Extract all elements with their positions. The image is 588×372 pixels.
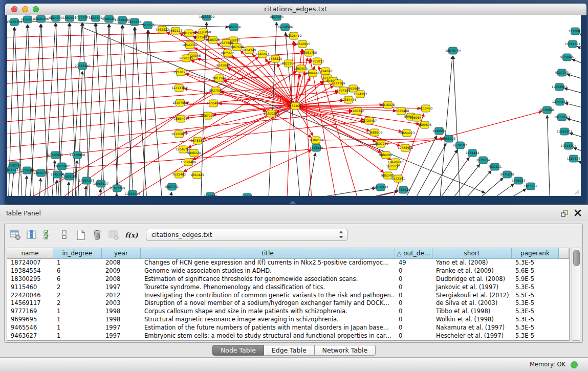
network-graph[interactable]: 1872400714055714915365922691406882494013… — [7, 15, 581, 196]
table-cell[interactable]: 1 — [53, 259, 102, 267]
table-cell[interactable]: 5.3E-5 — [512, 332, 559, 340]
table-row[interactable]: 1456911722003Disruption of a novel membe… — [7, 299, 569, 308]
table-cell[interactable]: 2 — [53, 299, 102, 308]
resize-grip-icon[interactable] — [573, 188, 580, 195]
table-row[interactable]: 1938455462009Genome-wide association stu… — [7, 267, 569, 275]
table-cell[interactable]: 5.3E-5 — [512, 316, 559, 324]
network-canvas[interactable]: 1872400714055714915365922691406882494013… — [7, 15, 581, 196]
table-cell[interactable]: 2008 — [102, 259, 141, 267]
column-header-4[interactable]: △ out_de… — [395, 248, 432, 259]
table-cell[interactable]: 9777169 — [7, 308, 53, 316]
table-cell[interactable]: Changes of HCN gene expression and I(f) … — [141, 259, 395, 267]
table-cell[interactable]: Wolkin et al. (1998) — [432, 316, 512, 324]
table-cell[interactable]: Disruption of a novel member of a sodium… — [141, 299, 395, 308]
table-cell[interactable]: 1 — [53, 316, 102, 324]
table-row[interactable]: 977716911998Corpus callosum shape and si… — [7, 308, 569, 316]
column-header-6[interactable]: pagerank — [512, 248, 559, 259]
table-cell[interactable]: Investigating the contribution of common… — [141, 292, 395, 300]
table-cell[interactable]: 1 — [53, 332, 102, 340]
table-cell[interactable]: 5.3E-5 — [512, 259, 559, 267]
table-cell[interactable]: de Silva et al. (2003) — [432, 299, 512, 308]
table-cell[interactable]: Franke et al. (2009) — [432, 267, 512, 275]
table-cell[interactable]: 1998 — [102, 316, 141, 324]
table-row[interactable]: 946362711997Embryonic stem cells: a mode… — [7, 332, 569, 340]
column-header-2[interactable]: year — [102, 248, 141, 259]
table-row[interactable]: 946554611997Estimation of the future num… — [7, 324, 569, 332]
scrollbar-thumb[interactable] — [573, 250, 580, 266]
table-cell[interactable]: 2003 — [102, 299, 141, 308]
table-cell[interactable]: 0 — [395, 332, 432, 340]
table-cell[interactable]: 9465546 — [7, 324, 53, 332]
show-columns-icon[interactable] — [25, 228, 38, 242]
table-cell[interactable]: Tourette syndrome. Phenomenology and cla… — [141, 283, 395, 292]
table-cell[interactable]: 22420046 — [7, 292, 53, 300]
table-cell[interactable]: 2 — [53, 292, 102, 300]
table-cell[interactable]: 1 — [53, 308, 102, 316]
table-row[interactable]: 969969511998Structural magnetic resonanc… — [7, 316, 569, 324]
window-titlebar[interactable]: citations_edges.txt — [5, 4, 586, 15]
table-cell[interactable]: 5.5E-5 — [512, 292, 559, 300]
table-cell[interactable]: Jankovic et al. (1997) — [432, 283, 512, 292]
table-cell[interactable]: 0 — [395, 316, 432, 324]
table-row[interactable]: 1872400712008Changes of HCN gene express… — [7, 259, 569, 267]
table-cell[interactable]: 9463627 — [7, 332, 53, 340]
column-header-5[interactable]: short — [432, 248, 512, 259]
table-cell[interactable]: Stergiakouli et al. (2012) — [432, 292, 512, 300]
table-mode-icon[interactable] — [9, 228, 22, 242]
table-cell[interactable]: 2012 — [102, 292, 141, 300]
table-cell[interactable]: 5.3E-5 — [512, 308, 559, 316]
tab-edge-table[interactable]: Edge Table — [264, 345, 315, 356]
row-height-icon[interactable] — [58, 228, 71, 242]
table-cell[interactable]: Corpus callosum shape and size in male p… — [141, 308, 395, 316]
table-cell[interactable]: 5.3E-5 — [512, 299, 559, 308]
table-row[interactable]: 911546021997Tourette syndrome. Phenomeno… — [7, 283, 569, 292]
table-cell[interactable]: Genome-wide association studies in ADHD. — [141, 267, 395, 275]
split-divider-handle[interactable] — [290, 201, 296, 204]
tab-node-table[interactable]: Node Table — [212, 345, 264, 356]
table-cell[interactable]: Estimation of the future numbers of pati… — [141, 324, 395, 332]
table-cell[interactable]: 0 — [395, 283, 432, 292]
network-window[interactable]: citations_edges.txt 18724007140557149153… — [5, 4, 586, 203]
table-cell[interactable]: 1997 — [102, 332, 141, 340]
table-cell[interactable]: 0 — [395, 292, 432, 300]
table-cell[interactable]: 1998 — [102, 308, 141, 316]
table-cell[interactable]: 5.6E-5 — [512, 267, 559, 275]
table-row[interactable]: 1830029562008Estimation of significance … — [7, 275, 569, 283]
table-cell[interactable]: 0 — [395, 324, 432, 332]
table-cell[interactable]: Estimation of significance thresholds fo… — [141, 275, 395, 283]
table-cell[interactable]: Tibbo et al. (1998) — [432, 308, 512, 316]
table-cell[interactable]: 5.3E-5 — [512, 283, 559, 292]
table-cell[interactable]: 14569117 — [7, 299, 53, 308]
table-cell[interactable]: Yano et al. (2008) — [432, 259, 512, 267]
table-row[interactable]: 2242004622012Investigating the contribut… — [7, 292, 569, 300]
table-cell[interactable]: 5.9E-5 — [512, 275, 559, 283]
table-cell[interactable]: 49 — [395, 259, 432, 267]
table-scrollbar[interactable] — [572, 248, 580, 341]
new-column-icon[interactable] — [74, 228, 88, 242]
table-cell[interactable]: 1997 — [102, 324, 141, 332]
column-header-1[interactable]: in_degree — [53, 248, 102, 259]
table-cell[interactable]: 19384554 — [7, 267, 53, 275]
table-cell[interactable]: Dudbridge et al. (2008) — [432, 275, 512, 283]
table-cell[interactable]: Hescheler et al. (1997) — [432, 332, 512, 340]
table-cell[interactable]: 0 — [395, 308, 432, 316]
table-cell[interactable]: 2 — [53, 283, 102, 292]
column-header-0[interactable]: name — [7, 248, 53, 259]
table-cell[interactable]: 9115460 — [7, 283, 53, 292]
close-panel-icon[interactable] — [574, 209, 582, 217]
table-cell[interactable]: 6 — [53, 267, 102, 275]
delete-table-icon[interactable] — [107, 228, 120, 242]
table-cell[interactable]: Embryonic stem cells: a model to study s… — [141, 332, 395, 340]
column-checklist-icon[interactable] — [41, 228, 55, 242]
float-panel-icon[interactable] — [560, 209, 569, 217]
table-cell[interactable]: 6 — [53, 275, 102, 283]
table-cell[interactable]: 2008 — [102, 275, 141, 283]
table-cell[interactable]: Structural magnetic resonance image aver… — [141, 316, 395, 324]
tab-network-table[interactable]: Network Table — [315, 345, 376, 356]
table-cell[interactable]: 5.3E-5 — [512, 324, 559, 332]
delete-column-icon[interactable] — [91, 228, 104, 242]
table-cell[interactable]: 18724007 — [7, 259, 53, 267]
table-cell[interactable]: Nakamura et al. (1997) — [432, 324, 512, 332]
table-cell[interactable]: 0 — [395, 299, 432, 308]
table-cell[interactable]: 18300295 — [7, 275, 53, 283]
